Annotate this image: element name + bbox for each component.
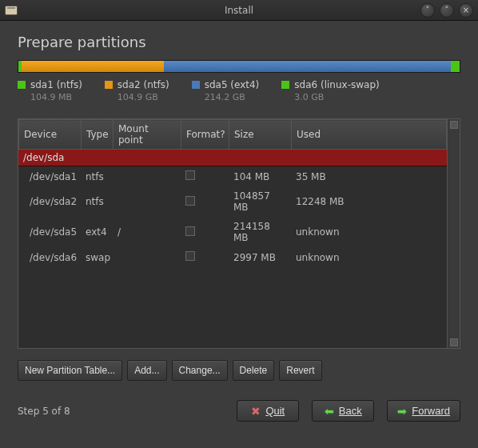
page-title: Prepare partitions xyxy=(18,34,460,50)
cell-type: ext4 xyxy=(81,217,113,247)
legend-label: sda2 (ntfs) xyxy=(118,79,169,90)
col-size[interactable]: Size xyxy=(229,120,292,150)
scrollbar[interactable] xyxy=(447,119,460,348)
cell-size: 214158 MB xyxy=(229,217,291,247)
titlebar: Install ˅ ˄ × xyxy=(0,0,478,21)
table-row[interactable]: /dev/sda6 swap 2997 MB unknown xyxy=(18,247,447,267)
table-row[interactable]: /dev/sda2 ntfs 104857 MB 12248 MB xyxy=(18,186,447,217)
partition-segment xyxy=(18,61,164,72)
legend-label: sda1 (ntfs) xyxy=(30,79,82,90)
delete-button[interactable]: Delete xyxy=(233,360,275,381)
step-label: Step 5 of 8 xyxy=(18,406,70,417)
cell-size: 2997 MB xyxy=(229,247,291,267)
forward-button[interactable]: ➡ Forward xyxy=(387,400,460,422)
window-title: Install xyxy=(0,5,478,16)
cell-device: /dev/sda1 xyxy=(18,166,81,187)
partition-table: Device Type Mount point Format? Size Use… xyxy=(18,118,460,349)
legend-item: sda5 (ext4) 214.2 GB xyxy=(192,79,260,102)
cell-format xyxy=(181,166,229,187)
disk-row[interactable]: /dev/sda xyxy=(18,150,447,166)
table-row[interactable]: /dev/sda5 ext4 / 214158 MB unknown xyxy=(18,217,447,247)
legend-size: 104.9 GB xyxy=(118,92,169,102)
back-label: Back xyxy=(339,405,362,417)
partition-segment xyxy=(451,61,460,72)
cell-type: ntfs xyxy=(81,186,113,217)
legend-item: sda1 (ntfs) 104.9 MB xyxy=(18,79,82,102)
col-mount[interactable]: Mount point xyxy=(114,120,181,150)
scroll-up-icon[interactable] xyxy=(450,121,458,129)
cell-mount: / xyxy=(113,217,181,247)
cell-format xyxy=(181,247,229,267)
new-partition-table-button[interactable]: New Partition Table... xyxy=(18,360,122,381)
table-header-row: Device Type Mount point Format? Size Use… xyxy=(19,120,447,150)
cell-mount xyxy=(113,166,181,187)
swatch-icon xyxy=(192,81,200,89)
quit-icon: ✖ xyxy=(251,406,261,417)
disk-label: /dev/sda xyxy=(18,150,447,166)
swatch-icon xyxy=(18,81,26,89)
partition-bar xyxy=(18,60,460,73)
table-row[interactable]: /dev/sda1 ntfs 104 MB 35 MB xyxy=(18,166,447,187)
legend-item: sda2 (ntfs) 104.9 GB xyxy=(105,79,169,102)
col-used[interactable]: Used xyxy=(292,120,447,150)
swatch-icon xyxy=(105,81,113,89)
cell-used: 12248 MB xyxy=(291,186,447,217)
cell-device: /dev/sda2 xyxy=(18,186,81,217)
cell-used: 35 MB xyxy=(291,166,447,187)
back-arrow-icon: ⬅ xyxy=(325,406,334,417)
cell-type: ntfs xyxy=(81,166,113,187)
format-checkbox[interactable] xyxy=(185,196,195,206)
revert-button[interactable]: Revert xyxy=(279,360,321,381)
cell-type: swap xyxy=(81,247,113,267)
cell-size: 104857 MB xyxy=(229,186,291,217)
quit-button[interactable]: ✖ Quit xyxy=(237,400,299,422)
action-row: New Partition Table... Add... Change... … xyxy=(18,360,460,381)
col-type[interactable]: Type xyxy=(82,120,114,150)
format-checkbox[interactable] xyxy=(185,251,195,261)
legend: sda1 (ntfs) 104.9 MB sda2 (ntfs) 104.9 G… xyxy=(18,79,460,102)
cell-format xyxy=(181,186,229,217)
cell-device: /dev/sda5 xyxy=(18,217,81,247)
forward-label: Forward xyxy=(412,405,450,417)
legend-size: 214.2 GB xyxy=(205,92,260,102)
add-button[interactable]: Add... xyxy=(127,360,166,381)
legend-label: sda5 (ext4) xyxy=(205,79,260,90)
legend-size: 104.9 MB xyxy=(30,92,82,102)
cell-used: unknown xyxy=(291,217,447,247)
legend-label: sda6 (linux-swap) xyxy=(294,79,379,90)
cell-device: /dev/sda6 xyxy=(18,247,81,267)
scroll-down-icon[interactable] xyxy=(450,338,458,346)
format-checkbox[interactable] xyxy=(185,226,195,236)
quit-label: Quit xyxy=(265,405,285,417)
cell-size: 104 MB xyxy=(229,166,291,187)
forward-arrow-icon: ➡ xyxy=(397,406,407,417)
cell-mount xyxy=(113,186,181,217)
back-button[interactable]: ⬅ Back xyxy=(312,400,374,422)
partition-segment xyxy=(164,61,451,72)
col-format[interactable]: Format? xyxy=(181,120,229,150)
format-checkbox[interactable] xyxy=(185,170,195,180)
cell-used: unknown xyxy=(291,247,447,267)
cell-format xyxy=(181,217,229,247)
swatch-icon xyxy=(281,81,289,89)
cell-mount xyxy=(113,247,181,267)
footer: Step 5 of 8 ✖ Quit ⬅ Back ➡ Forward xyxy=(0,389,478,433)
legend-item: sda6 (linux-swap) 3.0 GB xyxy=(281,79,379,102)
legend-size: 3.0 GB xyxy=(294,92,379,102)
col-device[interactable]: Device xyxy=(19,120,82,150)
change-button[interactable]: Change... xyxy=(172,360,228,381)
